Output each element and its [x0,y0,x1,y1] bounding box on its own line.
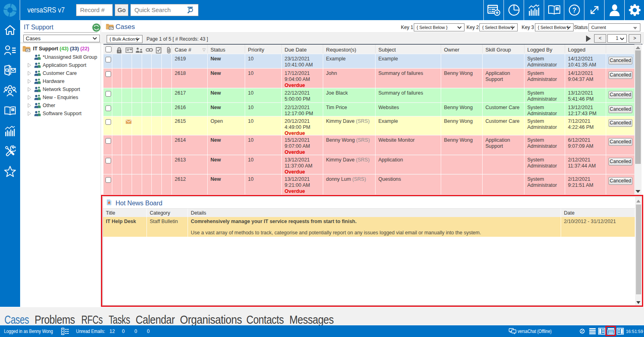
svg-text:i: i [12,108,13,111]
svg-text:i: i [557,7,557,10]
svg-text:?: ? [572,7,576,14]
